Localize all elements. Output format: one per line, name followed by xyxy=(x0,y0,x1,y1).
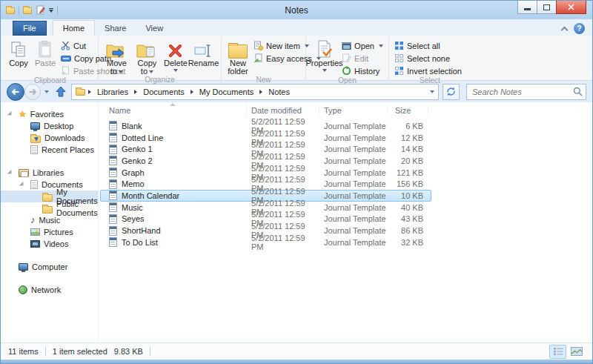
recent-places-icon xyxy=(30,145,38,154)
sidebar-item-music[interactable]: ♪Music xyxy=(1,214,98,226)
qat-new-note-icon[interactable] xyxy=(36,5,45,15)
breadcrumb-libraries[interactable]: Libraries xyxy=(94,87,131,96)
sidebar-item-public-documents[interactable]: Public Documents xyxy=(1,202,98,214)
expander-icon[interactable] xyxy=(19,182,25,188)
journal-file-icon xyxy=(109,145,117,154)
view-switcher xyxy=(549,345,585,359)
column-header-date-modified[interactable]: Date modified xyxy=(247,105,319,116)
journal-file-icon xyxy=(109,191,117,200)
delete-icon xyxy=(168,39,183,59)
forward-icon xyxy=(28,87,37,96)
properties-dropdown-icon xyxy=(322,69,327,72)
qat-customize-chevron-icon[interactable] xyxy=(49,8,53,13)
items-count: 11 items xyxy=(8,347,39,356)
close-button[interactable] xyxy=(556,1,586,14)
window-title: Notes xyxy=(1,5,592,16)
breadcrumb-separator-icon xyxy=(88,90,91,94)
open-dropdown-icon xyxy=(379,44,383,47)
thumbnails-view-button[interactable] xyxy=(568,345,585,359)
refresh-icon xyxy=(446,87,456,96)
copy-to-icon xyxy=(136,39,157,59)
new-folder-icon xyxy=(228,44,248,59)
breadcrumb-notes[interactable]: Notes xyxy=(265,87,293,96)
file-list-pane: Name Date modified Type Size Blank5/2/20… xyxy=(99,102,592,343)
journal-file-icon xyxy=(109,214,117,224)
ribbon-group-open: Properties Open Edit xyxy=(306,36,389,80)
up-button[interactable] xyxy=(53,84,69,100)
sidebar-item-computer[interactable]: Computer xyxy=(1,261,98,273)
back-button[interactable] xyxy=(7,83,24,101)
navigation-bar: Libraries Documents My Documents Notes xyxy=(1,81,592,102)
close-icon xyxy=(568,4,574,10)
journal-file-icon xyxy=(109,179,117,189)
refresh-button[interactable] xyxy=(443,84,460,100)
minimize-icon xyxy=(524,8,531,10)
address-dropdown-icon[interactable] xyxy=(430,90,434,93)
downloads-icon xyxy=(30,136,41,143)
sidebar-item-videos[interactable]: Videos xyxy=(1,238,98,250)
journal-file-icon xyxy=(109,237,117,247)
sidebar-item-desktop[interactable]: Desktop xyxy=(1,120,98,132)
status-bar: 11 items 1 item selected 9.83 KB xyxy=(1,343,592,360)
music-note-icon: ♪ xyxy=(30,216,36,225)
details-view-button[interactable] xyxy=(549,345,566,359)
thumbnails-view-icon xyxy=(571,347,583,356)
delete-dropdown-icon xyxy=(173,69,178,72)
new-folder-button[interactable]: New folder xyxy=(225,38,251,76)
tab-share[interactable]: Share xyxy=(95,20,136,36)
tab-view[interactable]: View xyxy=(136,20,173,36)
sidebar-item-libraries[interactable]: Libraries xyxy=(1,167,98,179)
invert-selection-button[interactable]: Invert selection xyxy=(392,65,464,76)
sidebar-item-downloads[interactable]: Downloads xyxy=(1,132,98,144)
qat-folder-icon[interactable] xyxy=(23,7,32,14)
paste-button[interactable]: Paste xyxy=(32,38,59,67)
breadcrumb-my-documents[interactable]: My Documents xyxy=(196,87,256,96)
properties-button[interactable]: Properties xyxy=(309,38,339,72)
sidebar-item-favorites[interactable]: ★Favorites xyxy=(1,108,98,120)
select-all-button[interactable]: Select all xyxy=(392,40,464,51)
history-icon xyxy=(342,66,351,76)
column-header-name[interactable]: Name xyxy=(100,105,247,116)
ribbon: Copy Paste Cut xyxy=(1,36,592,81)
copy-button[interactable]: Copy xyxy=(5,38,32,67)
tab-file[interactable]: File xyxy=(13,21,47,36)
sidebar-item-recent-places[interactable]: Recent Places xyxy=(1,144,98,156)
expander-icon[interactable] xyxy=(7,111,13,117)
minimize-ribbon-icon[interactable] xyxy=(561,26,569,33)
edit-button[interactable]: Edit xyxy=(339,53,385,64)
rename-button[interactable]: Rename xyxy=(189,38,218,67)
videos-icon xyxy=(30,240,40,248)
maximize-icon xyxy=(543,4,550,10)
search-box[interactable] xyxy=(466,84,586,100)
help-icon[interactable]: ? xyxy=(574,23,585,34)
qat-divider xyxy=(57,6,58,15)
expander-icon[interactable] xyxy=(7,170,13,176)
select-none-button[interactable]: Select none xyxy=(392,53,464,64)
selection-size: 9.83 KB xyxy=(114,347,143,356)
table-row[interactable]: To Do List5/2/2011 12:59 PMJournal Templ… xyxy=(100,236,431,248)
edit-icon xyxy=(342,53,351,63)
sidebar-item-pictures[interactable]: Pictures xyxy=(1,226,98,238)
search-input[interactable] xyxy=(472,87,573,96)
details-view-icon xyxy=(553,347,563,356)
copy-to-button[interactable]: Copy to xyxy=(132,38,162,76)
breadcrumb-documents[interactable]: Documents xyxy=(140,87,188,96)
file-rows: Blank5/2/2011 12:59 PMJournal Template6 … xyxy=(99,120,592,248)
maximize-button[interactable] xyxy=(537,1,557,14)
tab-home[interactable]: Home xyxy=(53,20,95,36)
paste-shortcut-button[interactable]: Paste shortcut xyxy=(59,65,127,76)
ribbon-group-new: New folder New item Easy acces xyxy=(222,36,306,80)
forward-button[interactable] xyxy=(24,84,41,100)
delete-button[interactable]: Delete xyxy=(162,38,189,72)
column-header-size[interactable]: Size xyxy=(388,105,428,116)
history-button[interactable]: History xyxy=(339,65,385,76)
back-icon xyxy=(11,87,20,96)
open-button[interactable]: Open xyxy=(339,40,385,51)
journal-file-icon xyxy=(109,168,117,177)
address-bar[interactable]: Libraries Documents My Documents Notes xyxy=(71,84,439,100)
column-header-type[interactable]: Type xyxy=(319,105,388,116)
minimize-button[interactable] xyxy=(517,1,537,14)
sidebar-item-network[interactable]: Network xyxy=(1,284,98,296)
ribbon-group-select: Select all Select none Invert selection xyxy=(389,36,471,80)
recent-pages-dropdown-icon[interactable] xyxy=(44,90,49,93)
